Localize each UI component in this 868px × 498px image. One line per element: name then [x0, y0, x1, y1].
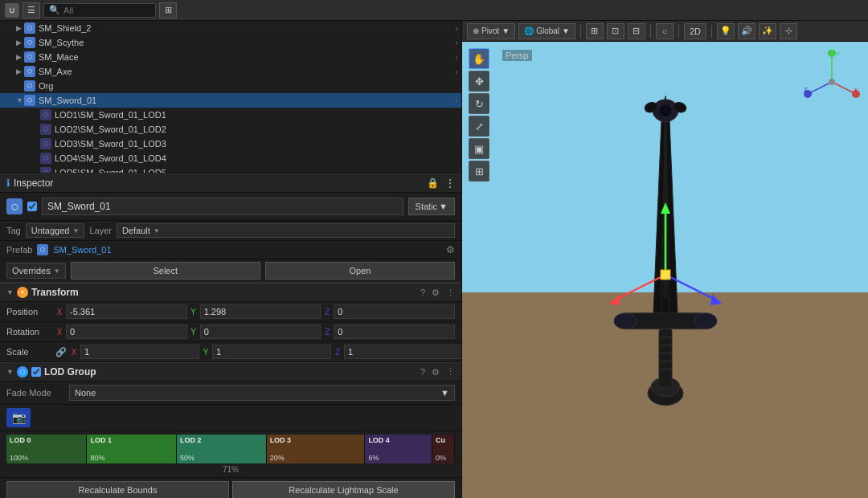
- open-button[interactable]: Open: [265, 262, 455, 280]
- rotation-y-input[interactable]: [200, 325, 321, 339]
- search-submit[interactable]: ⊞: [159, 2, 177, 18]
- recalc-lightmap-button[interactable]: Recalculate Lightmap Scale: [232, 481, 455, 498]
- lod-bar-pct-0: 100%: [10, 454, 28, 462]
- lod-bar-0[interactable]: LOD 0100%: [6, 435, 87, 463]
- recalc-lightmap-label: Recalculate Lightmap Scale: [289, 485, 398, 495]
- select-button[interactable]: Select: [71, 262, 260, 280]
- hand-tool-button[interactable]: ✋: [469, 48, 489, 69]
- 2d-mode-button[interactable]: 2D: [684, 23, 706, 39]
- hierarchy-item-lod5[interactable]: ⬡LOD5\SM_Sword_01_LOD5: [0, 165, 461, 173]
- scale-y-input[interactable]: [212, 345, 331, 359]
- menu-button[interactable]: ☰: [23, 2, 40, 18]
- hierarchy-label-lod3: LOD3\SM_Sword_01_LOD3: [55, 139, 166, 149]
- gizmos-button[interactable]: ⊹: [780, 23, 797, 39]
- layers-button[interactable]: ○: [656, 23, 674, 39]
- position-z-input[interactable]: [334, 304, 455, 319]
- transform-settings-icon[interactable]: ⚙: [432, 288, 440, 298]
- transform-section-header[interactable]: ▼ ✦ Transform ? ⚙ ⋮: [0, 283, 461, 302]
- snap-surface-button[interactable]: ⊟: [628, 23, 645, 39]
- lod-menu-icon[interactable]: ⋮: [446, 367, 455, 378]
- hierarchy-item-sm_shield_2[interactable]: ▶⬡SM_Shield_2›: [0, 21, 461, 35]
- svg-point-34: [829, 79, 835, 85]
- overrides-dropdown[interactable]: Overrides ▼: [6, 263, 66, 279]
- position-y-input[interactable]: [200, 304, 321, 319]
- hierarchy-item-lod4[interactable]: ⬡LOD4\SM_Sword_01_LOD4: [0, 151, 461, 165]
- recalc-bounds-label: Recalculate Bounds: [79, 485, 158, 495]
- snap-vertex-button[interactable]: ⊡: [607, 23, 624, 39]
- transform-gizmo: [601, 194, 730, 325]
- prefab-settings-icon[interactable]: ⚙: [446, 244, 455, 255]
- layer-dropdown[interactable]: Default ▼: [117, 223, 455, 238]
- static-button[interactable]: Static ▼: [408, 198, 455, 215]
- lod-bar-4[interactable]: LOD 46%: [365, 435, 432, 463]
- position-z-label: Z: [322, 308, 332, 316]
- rect-tool-button[interactable]: ▣: [469, 138, 489, 159]
- hierarchy-item-org[interactable]: ⬡Org: [0, 79, 461, 93]
- position-fields: X Y Z: [55, 304, 455, 319]
- select-label: Select: [153, 266, 178, 276]
- lod-section-actions: ? ⚙ ⋮: [420, 367, 455, 378]
- lod-section-header[interactable]: ▼ ⬡ LOD Group ? ⚙ ⋮: [0, 362, 461, 382]
- hierarchy-item-lod3[interactable]: ⬡LOD3\SM_Sword_01_LOD3: [0, 137, 461, 151]
- search-input[interactable]: [63, 6, 144, 15]
- tag-value: Untagged: [31, 226, 70, 235]
- audio-button[interactable]: 🔊: [738, 23, 755, 39]
- hierarchy-item-lod1[interactable]: ⬡LOD1\SM_Sword_01_LOD1: [0, 108, 461, 122]
- fade-mode-row: Fade Mode None ▼: [0, 382, 461, 405]
- transform-menu-icon[interactable]: ⋮: [446, 288, 455, 298]
- lod-bar-1[interactable]: LOD 180%: [87, 435, 177, 463]
- global-button[interactable]: 🌐 Global ▼: [518, 23, 575, 39]
- rotate-tool-button[interactable]: ↻: [469, 93, 489, 114]
- lod-bars[interactable]: LOD 0100%LOD 180%LOD 250%LOD 320%LOD 46%…: [6, 435, 455, 463]
- lod-bar-name-4: LOD 4: [368, 436, 390, 444]
- hierarchy-item-sm_sword_01[interactable]: ▼⬡SM_Sword_01›: [0, 93, 461, 108]
- object-active-checkbox[interactable]: [27, 202, 37, 211]
- hierarchy-item-sm_axe[interactable]: ▶⬡SM_Axe›: [0, 64, 461, 79]
- pivot-button[interactable]: ⊕ Pivot ▼: [467, 23, 515, 39]
- lighting-button[interactable]: 💡: [717, 23, 735, 39]
- rotation-y-label: Y: [189, 328, 199, 337]
- rotation-x-input[interactable]: [66, 325, 187, 339]
- search-bar[interactable]: 🔍: [43, 3, 156, 18]
- static-arrow-icon: ▼: [439, 202, 448, 211]
- lod-help-icon[interactable]: ?: [420, 367, 425, 378]
- hierarchy-item-sm_mace[interactable]: ▶⬡SM_Mace›: [0, 50, 461, 64]
- lod-active-checkbox[interactable]: [31, 367, 41, 377]
- inspector-menu-icon[interactable]: ⋮: [445, 178, 455, 189]
- scale-y-label: Y: [201, 348, 211, 357]
- lod-settings-icon[interactable]: ⚙: [432, 367, 440, 378]
- hierarchy-label-sm_mace: SM_Mace: [39, 52, 79, 62]
- position-x-input[interactable]: [66, 304, 187, 319]
- snap-grid-button[interactable]: ⊞: [586, 23, 604, 39]
- persp-label: Persp: [502, 50, 532, 61]
- separator-4: [711, 25, 712, 38]
- hierarchy-chevron-sm_scythe: ›: [455, 38, 458, 47]
- scale-link-icon[interactable]: 🔗: [55, 347, 68, 357]
- hierarchy-item-sm_scythe[interactable]: ▶⬡SM_Scythe›: [0, 35, 461, 50]
- move-tool-button[interactable]: ✥: [469, 71, 489, 92]
- fade-mode-dropdown[interactable]: None ▼: [69, 385, 455, 401]
- position-label: Position: [6, 307, 55, 316]
- scale-tool-button[interactable]: ⤢: [469, 116, 489, 137]
- lod-bar-pct-3: 20%: [270, 454, 285, 462]
- fx-button[interactable]: ✨: [759, 23, 776, 39]
- scale-z-input[interactable]: [344, 345, 461, 359]
- transform-help-icon[interactable]: ?: [420, 288, 425, 298]
- inspector-lock-icon[interactable]: 🔒: [427, 178, 439, 189]
- hierarchy-chevron-sm_shield_2: ›: [455, 23, 458, 33]
- scale-x-input[interactable]: [80, 345, 199, 359]
- rotation-z-input[interactable]: [334, 325, 455, 339]
- camera-icon-row: 📷: [0, 405, 461, 431]
- object-name-input[interactable]: [42, 198, 403, 215]
- lod-bar-3[interactable]: LOD 320%: [267, 435, 366, 463]
- tag-dropdown[interactable]: Untagged ▼: [26, 223, 85, 238]
- hierarchy-item-lod2[interactable]: ⬡LOD2\SM_Sword_01_LOD2: [0, 122, 461, 137]
- tag-label: Tag: [6, 226, 21, 235]
- lod-bar-5[interactable]: Cu0%: [432, 435, 455, 463]
- recalc-bounds-button[interactable]: Recalculate Bounds: [6, 481, 229, 498]
- hierarchy-label-sm_shield_2: SM_Shield_2: [39, 23, 91, 33]
- separator-3: [678, 25, 679, 38]
- transform-tool-button[interactable]: ⊞: [469, 161, 489, 182]
- hierarchy-label-lod1: LOD1\SM_Sword_01_LOD1: [55, 110, 166, 120]
- lod-bar-2[interactable]: LOD 250%: [177, 435, 267, 463]
